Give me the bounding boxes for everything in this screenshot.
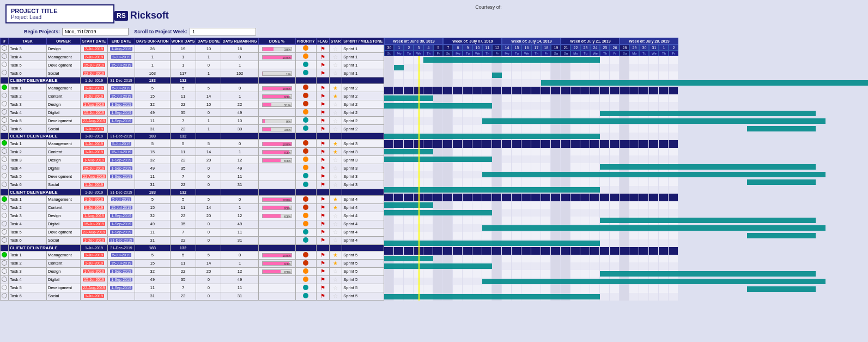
gantt-cell xyxy=(512,125,521,133)
row-star: ☆ xyxy=(329,181,342,189)
row-end: 1-Sep-2019 xyxy=(108,267,135,275)
section-end: 31-Dec-2019 xyxy=(108,77,135,84)
progress-bar-container: 100% xyxy=(262,197,292,202)
row-sprint: Sprint 1 xyxy=(342,53,384,61)
gantt-cell xyxy=(541,201,551,209)
gantt-day-num: 28 xyxy=(620,45,629,51)
gantt-day-num: 31 xyxy=(649,45,659,51)
gantt-cell xyxy=(394,232,404,239)
row-star: ★ xyxy=(329,251,342,259)
gantt-cell xyxy=(590,209,600,217)
star-icon: ★ xyxy=(333,93,338,99)
gantt-cell xyxy=(600,155,610,163)
date-cell: 5-Jul-2019 xyxy=(111,197,131,201)
row-sprint: Sprint 4 xyxy=(342,236,384,244)
row-done: 0 xyxy=(196,109,221,117)
row-donebar xyxy=(258,172,295,181)
star-icon: ★ xyxy=(333,141,338,147)
row-num xyxy=(1,156,9,164)
gantt-data-row xyxy=(384,155,678,163)
gantt-cell xyxy=(590,125,600,133)
gantt-dayname: Mo xyxy=(453,51,463,56)
priority-dot xyxy=(303,260,308,266)
gantt-cell xyxy=(423,71,433,79)
row-owner: Design xyxy=(47,267,81,275)
project-title: PROJECT TITLE xyxy=(11,8,109,14)
gantt-cell xyxy=(423,79,433,87)
row-flag: ⚑ xyxy=(316,45,329,53)
row-done: 14 xyxy=(196,92,221,100)
gantt-day-num: 8 xyxy=(453,45,463,51)
gantt-cell xyxy=(502,79,512,87)
row-star: ☆ xyxy=(329,275,342,284)
gantt-cell xyxy=(443,94,453,102)
gantt-cell xyxy=(453,87,463,94)
gantt-cell xyxy=(659,194,669,201)
gantt-cell xyxy=(570,209,580,217)
table-row: Task 4 Digital 15-Jul-2019 1-Sep-2019 49… xyxy=(1,164,384,172)
gantt-cell xyxy=(433,110,443,117)
scroll-input[interactable] xyxy=(190,28,256,35)
row-priority xyxy=(295,61,316,69)
row-start: 1-Jul-2019 xyxy=(81,181,108,189)
gantt-task-bar xyxy=(384,103,492,109)
progress-label: 30% xyxy=(284,128,291,132)
scroll-label: Scroll to Project Week: xyxy=(133,29,187,34)
gantt-day-num: 5 xyxy=(433,45,443,51)
row-flag: ⚑ xyxy=(316,195,329,203)
row-donebar: 93% xyxy=(258,148,295,156)
row-priority xyxy=(295,284,316,292)
gantt-cell xyxy=(492,102,502,110)
row-task: Task 5 xyxy=(9,284,47,292)
gantt-cell xyxy=(561,255,570,262)
gantt-cell xyxy=(433,171,443,178)
gantt-cell xyxy=(492,270,502,278)
row-owner: Management xyxy=(47,140,81,148)
status-circle xyxy=(2,285,7,290)
row-sprint: Sprint 3 xyxy=(342,148,384,156)
gantt-task-bar xyxy=(384,256,433,261)
table-row: Task 3 Design 1-Aug-2019 1-Sep-2019 32 2… xyxy=(1,156,384,164)
row-workdays: 22 xyxy=(170,125,196,133)
gantt-cell xyxy=(531,102,541,110)
gantt-cell xyxy=(649,194,659,201)
row-remaining: 1 xyxy=(221,61,258,69)
status-circle xyxy=(2,205,7,210)
gantt-cell xyxy=(531,148,541,155)
gantt-cell xyxy=(463,278,472,285)
row-start: 1-Dec-2019 xyxy=(81,236,108,244)
row-done: 5 xyxy=(196,140,221,148)
flag-icon: ⚑ xyxy=(320,173,325,179)
gantt-cell xyxy=(482,94,492,102)
row-sprint: Sprint 3 xyxy=(342,156,384,164)
begin-projects-input[interactable] xyxy=(62,28,129,35)
row-flag: ⚑ xyxy=(316,172,329,181)
priority-dot xyxy=(303,293,308,298)
gantt-cell xyxy=(433,247,443,255)
date-cell: 1-Sep-2019 xyxy=(110,111,132,115)
flag-icon: ⚑ xyxy=(320,260,325,266)
gantt-cell xyxy=(453,232,463,239)
row-flag: ⚑ xyxy=(316,125,329,133)
gantt-cell xyxy=(521,201,531,209)
gantt-cell xyxy=(512,209,521,217)
row-end: 1-Sep-2019 xyxy=(108,275,135,284)
flag-icon: ⚑ xyxy=(320,293,325,299)
progress-fill xyxy=(263,214,281,218)
gantt-cell xyxy=(570,232,580,239)
row-done: 1 xyxy=(196,53,221,61)
progress-bar-container: 93% xyxy=(262,94,292,99)
gantt-cell xyxy=(492,155,502,163)
table-row: Task 2 Content 1-Jul-2019 15-Jul-2019 15… xyxy=(1,259,384,267)
gantt-cell xyxy=(551,102,561,110)
row-donebar: 100% xyxy=(258,195,295,203)
main-area: # TASK OWNER START DATE END DATE DAYS DU… xyxy=(0,38,868,301)
gantt-cell xyxy=(463,71,472,79)
gantt-cell xyxy=(570,110,580,117)
gantt-week-label: Week of: July 28, 2019 xyxy=(620,38,678,45)
gantt-cell xyxy=(463,163,472,171)
gantt-cell xyxy=(659,125,669,133)
gantt-cell xyxy=(551,140,561,148)
row-workdays: 7 xyxy=(170,172,196,181)
gantt-cell xyxy=(580,71,590,79)
